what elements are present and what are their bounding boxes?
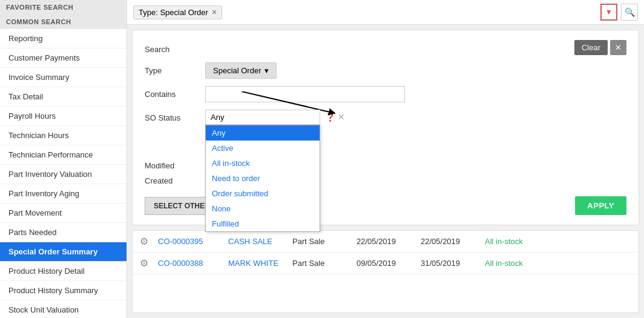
clear-button[interactable]: Clear [574,40,608,55]
so-status-option-any[interactable]: Any [206,125,320,141]
customer-name-2: MARK WHITE [228,259,283,268]
date2-1: 22/05/2019 [421,237,475,246]
sidebar-item-part-inventory-valuation[interactable]: Part Inventory Valuation [0,165,126,184]
so-status-container: Any Any Active All in-stock Need to orde… [205,110,320,125]
type-controls: Special Order ▾ [205,62,626,79]
customer-name-1: CASH SALE [228,237,283,246]
date1-1: 22/05/2019 [356,237,411,246]
contains-label: Contains [145,86,205,99]
contains-row: Contains [145,86,626,102]
contains-input[interactable] [205,86,405,102]
sidebar-item-part-inventory-aging[interactable]: Part Inventory Aging [0,184,126,204]
modified-label: Modified [145,161,205,170]
type-dropdown-arrow: ▾ [264,66,269,75]
sidebar-item-tax-detail[interactable]: Tax Detail [0,87,126,107]
filter-tag[interactable]: Type: Special Order × [133,5,222,19]
so-status-option-none[interactable]: None [206,201,320,216]
common-search-header: COMMON SEARCH [0,15,126,29]
type-label: Type [145,62,205,75]
apply-button[interactable]: APPLY [575,196,626,215]
so-status-selected[interactable]: Any [205,110,320,125]
row-settings-icon-2[interactable]: ⚙ [140,257,148,269]
sidebar-item-special-order-summary[interactable]: Special Order Summary [0,242,126,262]
filter-tag-close-icon[interactable]: × [212,8,217,16]
created-label: Created [145,176,205,185]
sidebar-item-customer-payments[interactable]: Customer Payments [0,48,126,68]
type-row: Type Special Order ▾ [145,62,626,79]
table-row: ⚙ CO-0000395 CASH SALE Part Sale 22/05/2… [133,231,639,253]
status-clear-icon[interactable]: ✕ [338,112,345,122]
sidebar-item-product-history-summary[interactable]: Product History Summary [0,281,126,300]
search-icon-button[interactable]: 🔍 [621,4,638,21]
sidebar-item-technician-hours[interactable]: Technician Hours [0,126,126,145]
search-label: Search [145,41,205,54]
order-id-link-2[interactable]: CO-0000388 [158,259,218,268]
so-status-option-need-to-order[interactable]: Need to order [206,171,320,186]
date1-2: 09/05/2019 [356,259,411,268]
filter-tag-label: Type: Special Order [139,8,208,17]
order-id-link-1[interactable]: CO-0000395 [158,237,218,246]
sidebar-item-payroll-hours[interactable]: Payroll Hours [0,107,126,126]
sidebar-item-reporting[interactable]: Reporting [0,29,126,48]
help-icon[interactable]: ❓ [325,112,335,122]
sidebar-item-invoice-summary[interactable]: Invoice Summary [0,68,126,87]
so-status-value: Any [211,113,224,122]
order-type-2: Part Sale [292,259,347,268]
sidebar-item-stock-unit-valuation[interactable]: Stock Unit Valuation [0,300,126,318]
close-panel-button[interactable]: ✕ [610,40,626,55]
contains-controls [205,86,626,102]
help-clear-icons: ❓ ✕ [325,110,345,122]
sidebar-item-technician-performance[interactable]: Technician Performance [0,145,126,165]
favorite-search-header: FAVORITE SEARCH [0,0,126,15]
sidebar-item-part-movement[interactable]: Part Movement [0,204,126,223]
status-1: All in-stock [485,237,539,246]
type-dropdown-value: Special Order [213,66,261,75]
sidebar: FAVORITE SEARCH COMMON SEARCH Reporting … [0,0,127,318]
top-bar: Type: Special Order × ▼ 🔍 [127,0,644,25]
type-dropdown[interactable]: Special Order ▾ [205,62,277,79]
table-row: ⚙ CO-0000388 MARK WHITE Part Sale 09/05/… [133,253,639,274]
order-type-1: Part Sale [292,237,347,246]
table-area: ⚙ CO-0000395 CASH SALE Part Sale 22/05/2… [132,230,639,313]
so-status-row: SO Status Any Any [145,110,626,125]
row-settings-icon-1[interactable]: ⚙ [140,236,148,247]
search-icon: 🔍 [625,7,635,17]
sidebar-item-product-history-detail[interactable]: Product History Detail [0,262,126,281]
status-2: All in-stock [485,259,539,268]
so-status-dropdown: Any Active All in-stock Need to order Or… [205,125,320,232]
main-content: Type: Special Order × ▼ 🔍 Search Clear ✕… [127,0,644,318]
search-panel: Search Clear ✕ Type Special Order ▾ Cont… [132,30,639,225]
so-status-label: SO Status [145,110,205,122]
so-status-option-active[interactable]: Active [206,141,320,156]
chevron-down-icon: ▼ [605,8,613,16]
so-status-option-fulfilled[interactable]: Fulfilled [206,216,320,231]
so-status-option-order-submitted[interactable]: Order submitted [206,186,320,201]
sidebar-item-parts-needed[interactable]: Parts Needed [0,223,126,242]
date2-2: 31/05/2019 [421,259,475,268]
dropdown-arrow-button[interactable]: ▼ [600,4,617,21]
so-status-option-all-in-stock[interactable]: All in-stock [206,156,320,171]
